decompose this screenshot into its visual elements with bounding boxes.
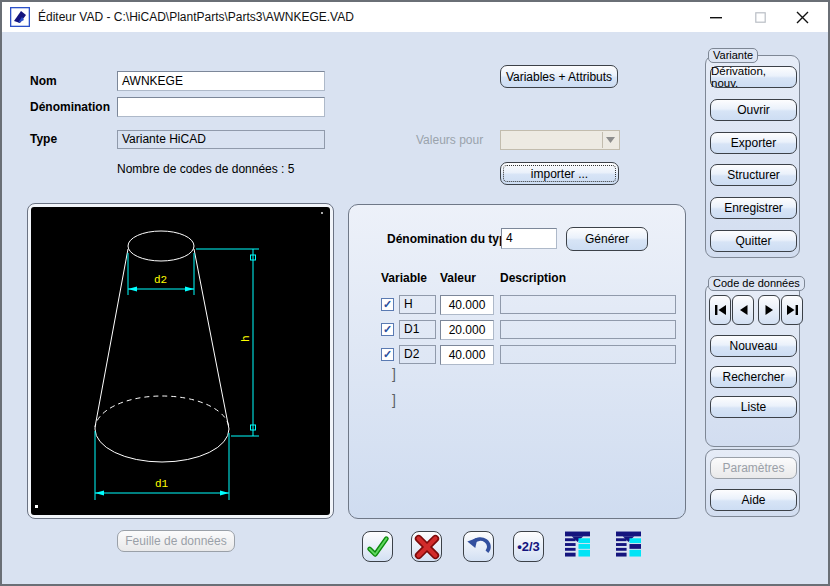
undo-button[interactable]: [463, 531, 494, 562]
maximize-button: [738, 2, 782, 32]
check-icon: ✓: [383, 349, 392, 360]
derivation-nouv-button[interactable]: Dérivation, nouv.: [710, 66, 797, 88]
confirm-button[interactable]: [362, 531, 393, 562]
editor-vad-window: Éditeur VAD - C:\HiCAD\PlantParts\Parts3…: [0, 0, 830, 586]
column-header-valeur: Valeur: [440, 271, 476, 285]
aide-button[interactable]: Aide: [710, 489, 797, 511]
chevron-down-icon: [606, 137, 615, 143]
red-cross-icon: [413, 533, 441, 561]
codes-count-text: Nombre de codes de données : 5: [117, 162, 294, 176]
last-record-icon: [786, 304, 799, 316]
valeurs-pour-label: Valeurs pour: [416, 133, 483, 147]
green-check-icon: [364, 533, 392, 561]
generer-button[interactable]: Générer: [566, 227, 648, 251]
nav-first-button[interactable]: [709, 295, 731, 325]
variable-description-d1[interactable]: [500, 320, 676, 339]
close-icon: [796, 11, 809, 24]
close-button[interactable]: [780, 2, 824, 32]
cancel-button[interactable]: [411, 531, 442, 562]
denomination-label: Dénomination: [30, 100, 110, 114]
nom-label: Nom: [30, 74, 57, 88]
data-table-icon-1: [565, 531, 590, 559]
ouvrir-button[interactable]: Ouvrir: [710, 99, 797, 121]
dim-label-d1: d1: [155, 478, 169, 490]
variable-description-h[interactable]: [500, 295, 676, 314]
variable-description-d2[interactable]: [500, 345, 676, 364]
column-header-description: Description: [500, 271, 566, 285]
structurer-button[interactable]: Structurer: [710, 164, 797, 186]
type-field: Variante HiCAD: [117, 130, 325, 149]
variables-attributs-button[interactable]: Variables + Attributs: [500, 65, 618, 88]
rechercher-button[interactable]: Rechercher: [710, 366, 797, 388]
variable-name-h: H: [399, 295, 436, 314]
variable-value-d2[interactable]: 40.000: [440, 345, 494, 365]
canvas-marker: [35, 505, 38, 508]
window-title: Éditeur VAD - C:\HiCAD\PlantParts\Parts3…: [38, 10, 354, 24]
variable-value-h[interactable]: 40.000: [440, 295, 494, 315]
nav-next-button[interactable]: [758, 295, 780, 325]
minimize-button[interactable]: [694, 2, 738, 32]
variante-group: Dérivation, nouv. Ouvrir Exporter Struct…: [705, 55, 800, 258]
canvas-marker: [321, 212, 323, 214]
enregistrer-button[interactable]: Enregistrer: [710, 197, 797, 219]
data-table-icon-2: [616, 531, 641, 559]
denomination-type-label: Dénomination du type: [387, 232, 513, 246]
denomination-type-field[interactable]: 4: [501, 228, 557, 249]
variable-name-d1: D1: [399, 320, 436, 339]
variable-checkbox-d1[interactable]: ✓: [381, 323, 394, 336]
code-donnees-group-label: Code de données: [708, 276, 805, 291]
misc-group: Paramètres Aide: [705, 449, 800, 517]
cad-preview-panel: d2 h d1: [27, 203, 334, 519]
variable-checkbox-h[interactable]: ✓: [381, 298, 394, 311]
maximize-icon: [755, 12, 766, 23]
column-header-variable: Variable: [381, 271, 427, 285]
code-donnees-group: Nouveau Rechercher Liste: [705, 283, 800, 447]
undo-arrow-icon: [465, 533, 493, 561]
data-table-icon-1-button[interactable]: [564, 530, 590, 560]
minimize-icon: [710, 11, 722, 23]
empty-row-bracket: ]: [392, 366, 396, 382]
nav-previous-button[interactable]: [732, 295, 754, 325]
quitter-button[interactable]: Quitter: [710, 230, 797, 252]
next-record-icon: [763, 304, 776, 316]
check-icon: ✓: [383, 324, 392, 335]
variable-value-d1[interactable]: 20.000: [440, 320, 494, 340]
parametres-button: Paramètres: [710, 457, 797, 479]
variable-checkbox-d2[interactable]: ✓: [381, 348, 394, 361]
check-icon: ✓: [383, 299, 392, 310]
dim-label-d2: d2: [154, 274, 167, 286]
previous-record-icon: [737, 304, 750, 316]
data-table-icon-2-button[interactable]: [615, 530, 641, 560]
importer-button[interactable]: importer ...: [500, 162, 619, 185]
nom-field[interactable]: AWNKEGE: [117, 71, 325, 91]
denomination-field[interactable]: [117, 97, 325, 117]
feuille-de-donnees-button: Feuille de données: [117, 530, 235, 552]
liste-button[interactable]: Liste: [710, 396, 797, 418]
page-2-3-button[interactable]: •2/3: [513, 531, 544, 562]
variable-name-d2: D2: [399, 345, 436, 364]
first-record-icon: [714, 304, 727, 316]
cad-preview-canvas: d2 h d1: [31, 207, 330, 515]
type-variables-panel: Dénomination du type 4 Générer Variable …: [348, 204, 686, 519]
type-label: Type: [30, 132, 57, 146]
dim-label-h: h: [240, 335, 252, 342]
nav-last-button[interactable]: [781, 295, 803, 325]
cone-drawing: d2 h d1: [31, 207, 328, 513]
hicad-vad-editor-icon: [10, 7, 30, 27]
nouveau-button[interactable]: Nouveau: [710, 335, 797, 357]
empty-row-bracket: ]: [392, 392, 396, 408]
valeurs-pour-combobox: [500, 130, 620, 150]
variante-group-label: Variante: [708, 48, 758, 63]
exporter-button[interactable]: Exporter: [710, 132, 797, 154]
